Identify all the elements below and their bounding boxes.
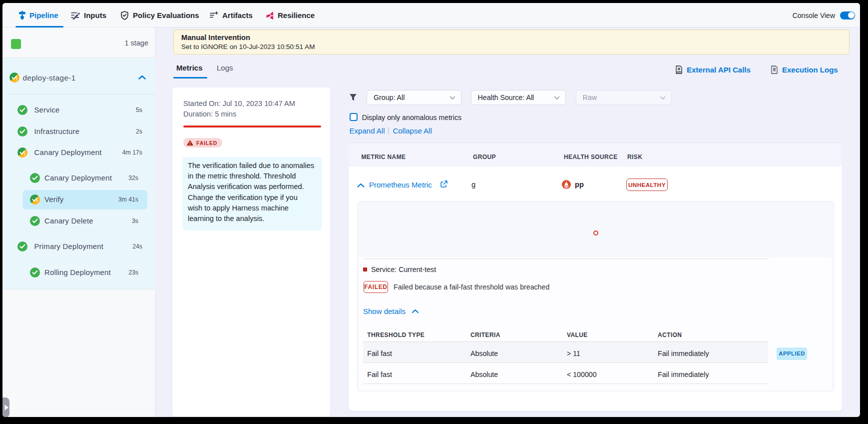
svg-text:!: ! [23,152,25,157]
svg-text:!: ! [16,76,17,82]
svg-text:!: ! [36,198,37,204]
svg-text:API: API [677,70,682,74]
